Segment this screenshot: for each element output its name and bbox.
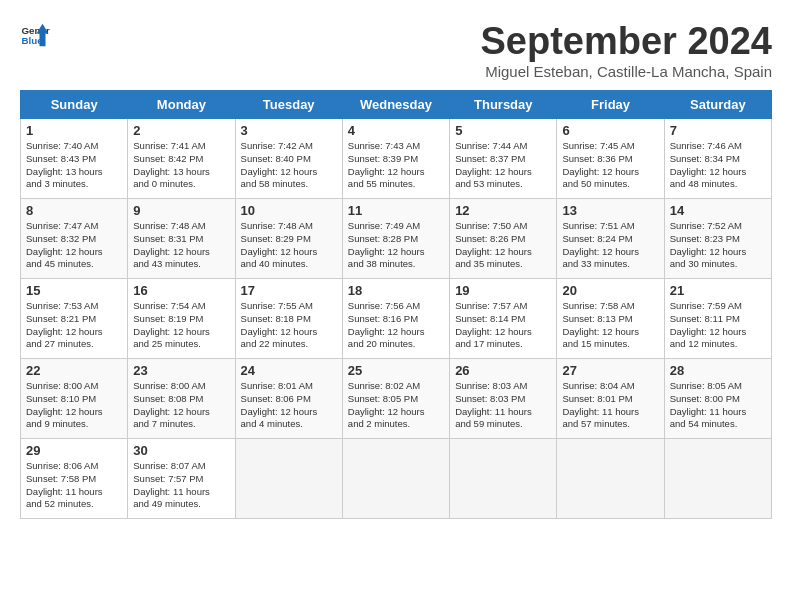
- col-monday: Monday: [128, 91, 235, 119]
- day-info: Sunrise: 8:00 AM Sunset: 8:10 PM Dayligh…: [26, 380, 122, 431]
- day-info: Sunrise: 7:48 AM Sunset: 8:31 PM Dayligh…: [133, 220, 229, 271]
- table-row: [450, 439, 557, 519]
- day-info: Sunrise: 7:54 AM Sunset: 8:19 PM Dayligh…: [133, 300, 229, 351]
- table-row: 18Sunrise: 7:56 AM Sunset: 8:16 PM Dayli…: [342, 279, 449, 359]
- day-info: Sunrise: 8:04 AM Sunset: 8:01 PM Dayligh…: [562, 380, 658, 431]
- day-number: 16: [133, 283, 229, 298]
- table-row: 2Sunrise: 7:41 AM Sunset: 8:42 PM Daylig…: [128, 119, 235, 199]
- day-number: 12: [455, 203, 551, 218]
- day-number: 2: [133, 123, 229, 138]
- day-info: Sunrise: 7:42 AM Sunset: 8:40 PM Dayligh…: [241, 140, 337, 191]
- day-info: Sunrise: 7:57 AM Sunset: 8:14 PM Dayligh…: [455, 300, 551, 351]
- day-number: 24: [241, 363, 337, 378]
- day-number: 28: [670, 363, 766, 378]
- col-saturday: Saturday: [664, 91, 771, 119]
- day-info: Sunrise: 7:48 AM Sunset: 8:29 PM Dayligh…: [241, 220, 337, 271]
- col-tuesday: Tuesday: [235, 91, 342, 119]
- calendar-title: September 2024: [481, 20, 773, 63]
- calendar-week-row: 29Sunrise: 8:06 AM Sunset: 7:58 PM Dayli…: [21, 439, 772, 519]
- header-row: Sunday Monday Tuesday Wednesday Thursday…: [21, 91, 772, 119]
- table-row: [557, 439, 664, 519]
- day-info: Sunrise: 8:01 AM Sunset: 8:06 PM Dayligh…: [241, 380, 337, 431]
- col-sunday: Sunday: [21, 91, 128, 119]
- table-row: 27Sunrise: 8:04 AM Sunset: 8:01 PM Dayli…: [557, 359, 664, 439]
- day-number: 1: [26, 123, 122, 138]
- day-number: 15: [26, 283, 122, 298]
- table-row: [235, 439, 342, 519]
- table-row: [342, 439, 449, 519]
- day-info: Sunrise: 7:53 AM Sunset: 8:21 PM Dayligh…: [26, 300, 122, 351]
- day-info: Sunrise: 8:02 AM Sunset: 8:05 PM Dayligh…: [348, 380, 444, 431]
- day-number: 30: [133, 443, 229, 458]
- day-number: 13: [562, 203, 658, 218]
- day-number: 10: [241, 203, 337, 218]
- day-number: 14: [670, 203, 766, 218]
- day-number: 23: [133, 363, 229, 378]
- table-row: 9Sunrise: 7:48 AM Sunset: 8:31 PM Daylig…: [128, 199, 235, 279]
- day-info: Sunrise: 7:41 AM Sunset: 8:42 PM Dayligh…: [133, 140, 229, 191]
- day-info: Sunrise: 7:46 AM Sunset: 8:34 PM Dayligh…: [670, 140, 766, 191]
- table-row: 30Sunrise: 8:07 AM Sunset: 7:57 PM Dayli…: [128, 439, 235, 519]
- table-row: 3Sunrise: 7:42 AM Sunset: 8:40 PM Daylig…: [235, 119, 342, 199]
- day-number: 5: [455, 123, 551, 138]
- day-number: 4: [348, 123, 444, 138]
- col-wednesday: Wednesday: [342, 91, 449, 119]
- table-row: 13Sunrise: 7:51 AM Sunset: 8:24 PM Dayli…: [557, 199, 664, 279]
- day-info: Sunrise: 7:44 AM Sunset: 8:37 PM Dayligh…: [455, 140, 551, 191]
- col-friday: Friday: [557, 91, 664, 119]
- day-number: 3: [241, 123, 337, 138]
- day-number: 6: [562, 123, 658, 138]
- day-info: Sunrise: 7:45 AM Sunset: 8:36 PM Dayligh…: [562, 140, 658, 191]
- table-row: 1Sunrise: 7:40 AM Sunset: 8:43 PM Daylig…: [21, 119, 128, 199]
- table-row: 22Sunrise: 8:00 AM Sunset: 8:10 PM Dayli…: [21, 359, 128, 439]
- table-row: 26Sunrise: 8:03 AM Sunset: 8:03 PM Dayli…: [450, 359, 557, 439]
- calendar-subtitle: Miguel Esteban, Castille-La Mancha, Spai…: [481, 63, 773, 80]
- day-number: 18: [348, 283, 444, 298]
- day-number: 26: [455, 363, 551, 378]
- table-row: 24Sunrise: 8:01 AM Sunset: 8:06 PM Dayli…: [235, 359, 342, 439]
- day-number: 17: [241, 283, 337, 298]
- day-number: 27: [562, 363, 658, 378]
- day-info: Sunrise: 7:56 AM Sunset: 8:16 PM Dayligh…: [348, 300, 444, 351]
- day-info: Sunrise: 8:06 AM Sunset: 7:58 PM Dayligh…: [26, 460, 122, 511]
- table-row: 19Sunrise: 7:57 AM Sunset: 8:14 PM Dayli…: [450, 279, 557, 359]
- day-info: Sunrise: 7:59 AM Sunset: 8:11 PM Dayligh…: [670, 300, 766, 351]
- calendar-table: Sunday Monday Tuesday Wednesday Thursday…: [20, 90, 772, 519]
- table-row: 21Sunrise: 7:59 AM Sunset: 8:11 PM Dayli…: [664, 279, 771, 359]
- day-number: 25: [348, 363, 444, 378]
- logo: General Blue: [20, 20, 50, 50]
- day-number: 19: [455, 283, 551, 298]
- table-row: 17Sunrise: 7:55 AM Sunset: 8:18 PM Dayli…: [235, 279, 342, 359]
- day-info: Sunrise: 8:05 AM Sunset: 8:00 PM Dayligh…: [670, 380, 766, 431]
- col-thursday: Thursday: [450, 91, 557, 119]
- table-row: 4Sunrise: 7:43 AM Sunset: 8:39 PM Daylig…: [342, 119, 449, 199]
- table-row: 15Sunrise: 7:53 AM Sunset: 8:21 PM Dayli…: [21, 279, 128, 359]
- day-info: Sunrise: 7:49 AM Sunset: 8:28 PM Dayligh…: [348, 220, 444, 271]
- calendar-week-row: 8Sunrise: 7:47 AM Sunset: 8:32 PM Daylig…: [21, 199, 772, 279]
- calendar-week-row: 15Sunrise: 7:53 AM Sunset: 8:21 PM Dayli…: [21, 279, 772, 359]
- day-number: 11: [348, 203, 444, 218]
- day-info: Sunrise: 8:03 AM Sunset: 8:03 PM Dayligh…: [455, 380, 551, 431]
- day-info: Sunrise: 8:07 AM Sunset: 7:57 PM Dayligh…: [133, 460, 229, 511]
- day-info: Sunrise: 7:52 AM Sunset: 8:23 PM Dayligh…: [670, 220, 766, 271]
- day-number: 29: [26, 443, 122, 458]
- day-number: 22: [26, 363, 122, 378]
- table-row: 12Sunrise: 7:50 AM Sunset: 8:26 PM Dayli…: [450, 199, 557, 279]
- day-info: Sunrise: 7:58 AM Sunset: 8:13 PM Dayligh…: [562, 300, 658, 351]
- table-row: 23Sunrise: 8:00 AM Sunset: 8:08 PM Dayli…: [128, 359, 235, 439]
- calendar-week-row: 1Sunrise: 7:40 AM Sunset: 8:43 PM Daylig…: [21, 119, 772, 199]
- table-row: 7Sunrise: 7:46 AM Sunset: 8:34 PM Daylig…: [664, 119, 771, 199]
- page-header: General Blue September 2024 Miguel Esteb…: [20, 20, 772, 80]
- table-row: 20Sunrise: 7:58 AM Sunset: 8:13 PM Dayli…: [557, 279, 664, 359]
- day-number: 20: [562, 283, 658, 298]
- day-info: Sunrise: 8:00 AM Sunset: 8:08 PM Dayligh…: [133, 380, 229, 431]
- table-row: 6Sunrise: 7:45 AM Sunset: 8:36 PM Daylig…: [557, 119, 664, 199]
- calendar-week-row: 22Sunrise: 8:00 AM Sunset: 8:10 PM Dayli…: [21, 359, 772, 439]
- title-section: September 2024 Miguel Esteban, Castille-…: [481, 20, 773, 80]
- day-info: Sunrise: 7:50 AM Sunset: 8:26 PM Dayligh…: [455, 220, 551, 271]
- table-row: [664, 439, 771, 519]
- day-number: 7: [670, 123, 766, 138]
- day-info: Sunrise: 7:51 AM Sunset: 8:24 PM Dayligh…: [562, 220, 658, 271]
- logo-icon: General Blue: [20, 20, 50, 50]
- table-row: 16Sunrise: 7:54 AM Sunset: 8:19 PM Dayli…: [128, 279, 235, 359]
